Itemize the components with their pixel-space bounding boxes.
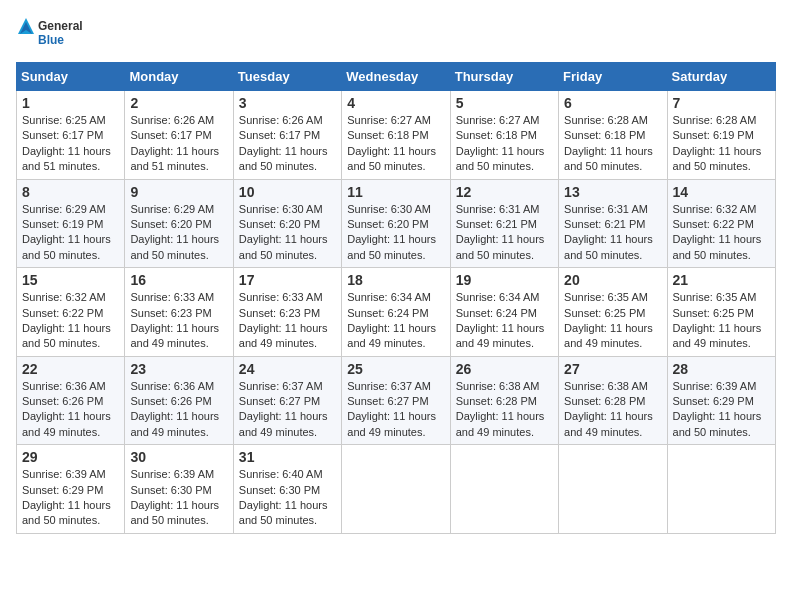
calendar-day-cell: 26 Sunrise: 6:38 AM Sunset: 6:28 PM Dayl… [450, 356, 558, 445]
sunrise-label: Sunrise: 6:33 AM [239, 291, 323, 303]
day-of-week-header: Tuesday [233, 63, 341, 91]
daylight-label: Daylight: 11 hours and 50 minutes. [239, 145, 328, 172]
calendar-day-cell: 20 Sunrise: 6:35 AM Sunset: 6:25 PM Dayl… [559, 268, 667, 357]
sunset-label: Sunset: 6:18 PM [456, 129, 537, 141]
day-info: Sunrise: 6:30 AM Sunset: 6:20 PM Dayligh… [347, 202, 444, 264]
day-info: Sunrise: 6:25 AM Sunset: 6:17 PM Dayligh… [22, 113, 119, 175]
sunset-label: Sunset: 6:30 PM [130, 484, 211, 496]
day-number: 28 [673, 361, 770, 377]
daylight-label: Daylight: 11 hours and 49 minutes. [239, 322, 328, 349]
day-number: 14 [673, 184, 770, 200]
daylight-label: Daylight: 11 hours and 49 minutes. [456, 410, 545, 437]
sunrise-label: Sunrise: 6:33 AM [130, 291, 214, 303]
sunset-label: Sunset: 6:20 PM [347, 218, 428, 230]
daylight-label: Daylight: 11 hours and 50 minutes. [564, 233, 653, 260]
day-info: Sunrise: 6:34 AM Sunset: 6:24 PM Dayligh… [347, 290, 444, 352]
calendar-week-row: 8 Sunrise: 6:29 AM Sunset: 6:19 PM Dayli… [17, 179, 776, 268]
sunset-label: Sunset: 6:28 PM [456, 395, 537, 407]
calendar-day-cell: 2 Sunrise: 6:26 AM Sunset: 6:17 PM Dayli… [125, 91, 233, 180]
calendar-day-cell: 28 Sunrise: 6:39 AM Sunset: 6:29 PM Dayl… [667, 356, 775, 445]
day-info: Sunrise: 6:29 AM Sunset: 6:20 PM Dayligh… [130, 202, 227, 264]
day-info: Sunrise: 6:33 AM Sunset: 6:23 PM Dayligh… [130, 290, 227, 352]
calendar-header-row: SundayMondayTuesdayWednesdayThursdayFrid… [17, 63, 776, 91]
sunset-label: Sunset: 6:27 PM [239, 395, 320, 407]
sunset-label: Sunset: 6:25 PM [564, 307, 645, 319]
day-info: Sunrise: 6:39 AM Sunset: 6:30 PM Dayligh… [130, 467, 227, 529]
sunrise-label: Sunrise: 6:34 AM [347, 291, 431, 303]
calendar-day-cell: 12 Sunrise: 6:31 AM Sunset: 6:21 PM Dayl… [450, 179, 558, 268]
day-info: Sunrise: 6:35 AM Sunset: 6:25 PM Dayligh… [673, 290, 770, 352]
day-number: 17 [239, 272, 336, 288]
daylight-label: Daylight: 11 hours and 50 minutes. [130, 499, 219, 526]
sunrise-label: Sunrise: 6:38 AM [456, 380, 540, 392]
sunset-label: Sunset: 6:23 PM [239, 307, 320, 319]
sunrise-label: Sunrise: 6:29 AM [130, 203, 214, 215]
sunrise-label: Sunrise: 6:38 AM [564, 380, 648, 392]
day-info: Sunrise: 6:28 AM Sunset: 6:18 PM Dayligh… [564, 113, 661, 175]
day-info: Sunrise: 6:29 AM Sunset: 6:19 PM Dayligh… [22, 202, 119, 264]
day-number: 5 [456, 95, 553, 111]
day-number: 12 [456, 184, 553, 200]
daylight-label: Daylight: 11 hours and 50 minutes. [347, 233, 436, 260]
sunset-label: Sunset: 6:30 PM [239, 484, 320, 496]
sunrise-label: Sunrise: 6:34 AM [456, 291, 540, 303]
calendar-day-cell [450, 445, 558, 534]
day-of-week-header: Monday [125, 63, 233, 91]
sunset-label: Sunset: 6:22 PM [22, 307, 103, 319]
day-info: Sunrise: 6:38 AM Sunset: 6:28 PM Dayligh… [564, 379, 661, 441]
calendar-day-cell: 11 Sunrise: 6:30 AM Sunset: 6:20 PM Dayl… [342, 179, 450, 268]
day-info: Sunrise: 6:31 AM Sunset: 6:21 PM Dayligh… [564, 202, 661, 264]
day-info: Sunrise: 6:32 AM Sunset: 6:22 PM Dayligh… [22, 290, 119, 352]
daylight-label: Daylight: 11 hours and 49 minutes. [673, 322, 762, 349]
calendar-day-cell [667, 445, 775, 534]
day-info: Sunrise: 6:40 AM Sunset: 6:30 PM Dayligh… [239, 467, 336, 529]
daylight-label: Daylight: 11 hours and 49 minutes. [456, 322, 545, 349]
day-of-week-header: Sunday [17, 63, 125, 91]
daylight-label: Daylight: 11 hours and 50 minutes. [130, 233, 219, 260]
calendar-day-cell: 29 Sunrise: 6:39 AM Sunset: 6:29 PM Dayl… [17, 445, 125, 534]
calendar-day-cell: 22 Sunrise: 6:36 AM Sunset: 6:26 PM Dayl… [17, 356, 125, 445]
day-number: 3 [239, 95, 336, 111]
sunrise-label: Sunrise: 6:32 AM [673, 203, 757, 215]
logo: General Blue [16, 16, 96, 52]
calendar-day-cell: 8 Sunrise: 6:29 AM Sunset: 6:19 PM Dayli… [17, 179, 125, 268]
sunrise-label: Sunrise: 6:36 AM [22, 380, 106, 392]
sunrise-label: Sunrise: 6:31 AM [564, 203, 648, 215]
day-number: 18 [347, 272, 444, 288]
day-info: Sunrise: 6:37 AM Sunset: 6:27 PM Dayligh… [347, 379, 444, 441]
day-info: Sunrise: 6:34 AM Sunset: 6:24 PM Dayligh… [456, 290, 553, 352]
daylight-label: Daylight: 11 hours and 49 minutes. [347, 322, 436, 349]
sunrise-label: Sunrise: 6:27 AM [347, 114, 431, 126]
calendar-table: SundayMondayTuesdayWednesdayThursdayFrid… [16, 62, 776, 534]
calendar-day-cell: 18 Sunrise: 6:34 AM Sunset: 6:24 PM Dayl… [342, 268, 450, 357]
calendar-day-cell: 30 Sunrise: 6:39 AM Sunset: 6:30 PM Dayl… [125, 445, 233, 534]
sunset-label: Sunset: 6:21 PM [564, 218, 645, 230]
sunrise-label: Sunrise: 6:26 AM [239, 114, 323, 126]
sunset-label: Sunset: 6:26 PM [22, 395, 103, 407]
sunrise-label: Sunrise: 6:39 AM [130, 468, 214, 480]
calendar-week-row: 1 Sunrise: 6:25 AM Sunset: 6:17 PM Dayli… [17, 91, 776, 180]
sunset-label: Sunset: 6:18 PM [347, 129, 428, 141]
daylight-label: Daylight: 11 hours and 50 minutes. [456, 145, 545, 172]
day-info: Sunrise: 6:26 AM Sunset: 6:17 PM Dayligh… [130, 113, 227, 175]
sunset-label: Sunset: 6:21 PM [456, 218, 537, 230]
day-number: 15 [22, 272, 119, 288]
daylight-label: Daylight: 11 hours and 49 minutes. [347, 410, 436, 437]
svg-text:Blue: Blue [38, 33, 64, 47]
sunrise-label: Sunrise: 6:32 AM [22, 291, 106, 303]
daylight-label: Daylight: 11 hours and 50 minutes. [673, 233, 762, 260]
calendar-day-cell: 4 Sunrise: 6:27 AM Sunset: 6:18 PM Dayli… [342, 91, 450, 180]
calendar-day-cell: 27 Sunrise: 6:38 AM Sunset: 6:28 PM Dayl… [559, 356, 667, 445]
day-number: 30 [130, 449, 227, 465]
day-number: 6 [564, 95, 661, 111]
day-number: 4 [347, 95, 444, 111]
calendar-day-cell [342, 445, 450, 534]
daylight-label: Daylight: 11 hours and 50 minutes. [673, 145, 762, 172]
daylight-label: Daylight: 11 hours and 50 minutes. [22, 233, 111, 260]
day-number: 23 [130, 361, 227, 377]
calendar-day-cell: 15 Sunrise: 6:32 AM Sunset: 6:22 PM Dayl… [17, 268, 125, 357]
sunset-label: Sunset: 6:27 PM [347, 395, 428, 407]
calendar-day-cell: 23 Sunrise: 6:36 AM Sunset: 6:26 PM Dayl… [125, 356, 233, 445]
sunrise-label: Sunrise: 6:30 AM [239, 203, 323, 215]
daylight-label: Daylight: 11 hours and 49 minutes. [130, 410, 219, 437]
